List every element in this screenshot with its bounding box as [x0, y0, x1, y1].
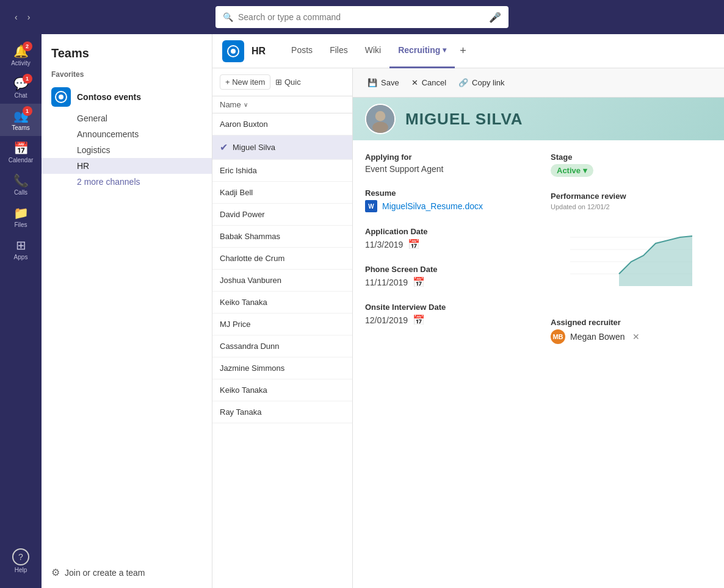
- save-button[interactable]: 💾 Save: [363, 76, 404, 90]
- list-item[interactable]: ✔ Miguel Silva: [212, 135, 352, 160]
- help-label: Help: [15, 567, 27, 573]
- tab-files[interactable]: Files: [321, 34, 357, 68]
- channel-team-icon: [222, 40, 244, 62]
- list-item[interactable]: MJ Price: [212, 314, 352, 335]
- content-area: HR Posts Files Wiki Recruiting ▾ +: [212, 34, 724, 588]
- list-item[interactable]: David Power: [212, 204, 352, 226]
- channel-header: HR Posts Files Wiki Recruiting ▾ +: [212, 34, 724, 68]
- selected-check-icon: ✔: [220, 142, 228, 153]
- detail-content: MIGUEL SILVA Applying for Event Support …: [353, 98, 724, 588]
- list-item[interactable]: Kadji Bell: [212, 182, 352, 204]
- sidebar-item-apps[interactable]: ⊞ Apps: [0, 233, 42, 265]
- activity-badge: 2: [23, 41, 32, 51]
- sidebar-item-help[interactable]: ? Help: [12, 543, 29, 578]
- chart-area: [551, 218, 712, 303]
- svg-point-1: [59, 95, 63, 99]
- sidebar-item-activity[interactable]: 🔔 2 Activity: [0, 39, 42, 71]
- search-input[interactable]: [238, 12, 484, 22]
- applying-for-field: Applying for Event Support Agent: [365, 152, 526, 174]
- list-item[interactable]: Aaron Buxton: [212, 113, 352, 135]
- sidebar-item-teams[interactable]: 👥 1 Teams: [0, 104, 42, 136]
- search-bar[interactable]: 🔍 🎤: [215, 6, 509, 28]
- recruiter-name: Megan Bowen: [570, 332, 625, 342]
- list-item[interactable]: Keiko Tanaka: [212, 379, 352, 401]
- recruiter-remove-button[interactable]: ✕: [632, 332, 640, 342]
- stage-label: Stage: [551, 152, 712, 162]
- recruiter-row: MB Megan Bowen ✕: [551, 329, 712, 344]
- calendar-label: Calendar: [9, 157, 34, 163]
- onsite-field: Onsite Interview Date 12/01/2019 📅: [365, 303, 526, 326]
- sidebar-item-files[interactable]: 📁 Files: [0, 201, 42, 233]
- files-icon: 📁: [13, 206, 29, 220]
- list-item[interactable]: Keiko Tanaka: [212, 292, 352, 314]
- list-item[interactable]: Ray Tanaka: [212, 401, 352, 423]
- list-panel: + New item ⊞ Quic Name ∨ Aaron Buxton ✔: [212, 68, 353, 588]
- main-layout: 🔔 2 Activity 💬 1 Chat 👥 1 Teams: [0, 34, 724, 588]
- activity-icon: 🔔 2: [13, 44, 29, 59]
- teams-label: Teams: [12, 124, 29, 131]
- sidebar-item-calls[interactable]: 📞 Calls: [0, 168, 42, 201]
- list-items: Aaron Buxton ✔ Miguel Silva Eric Ishida …: [212, 113, 352, 588]
- team-item-contoso[interactable]: Contoso events: [42, 84, 212, 110]
- svg-point-3: [231, 49, 236, 54]
- more-channels-link[interactable]: 2 more channels: [42, 174, 212, 190]
- detail-hero: MIGUEL SILVA: [353, 98, 724, 140]
- phone-screen-field: Phone Screen Date 11/11/2019 📅: [365, 265, 526, 288]
- activity-label: Activity: [11, 60, 31, 66]
- left-nav: 🔔 2 Activity 💬 1 Chat 👥 1 Teams: [0, 34, 42, 588]
- list-header: Name ∨: [212, 96, 352, 113]
- list-item[interactable]: Jazmine Simmons: [212, 357, 352, 379]
- tab-recruiting-chevron: ▾: [443, 46, 446, 54]
- onsite-label: Onsite Interview Date: [365, 303, 526, 312]
- onsite-calendar-icon[interactable]: 📅: [413, 314, 425, 326]
- cancel-button[interactable]: ✕ Cancel: [407, 76, 451, 90]
- perf-updated: Updated on 12/01/2: [551, 203, 712, 210]
- sidebar-item-calendar[interactable]: 📅 Calendar: [0, 136, 42, 168]
- applying-for-label: Applying for: [365, 152, 526, 162]
- quick-edit-button[interactable]: ⊞ Quic: [275, 77, 300, 87]
- list-item[interactable]: Babak Shammas: [212, 226, 352, 248]
- phone-screen-label: Phone Screen Date: [365, 265, 526, 274]
- nav-bottom: ? Help: [12, 543, 29, 578]
- tab-posts[interactable]: Posts: [283, 34, 321, 68]
- list-item[interactable]: Joshua Vanburen: [212, 270, 352, 292]
- cancel-label: Cancel: [422, 78, 446, 87]
- stage-badge[interactable]: Active ▾: [551, 164, 593, 177]
- calendar-icon[interactable]: 📅: [408, 238, 420, 250]
- channel-item-hr[interactable]: HR: [42, 158, 212, 174]
- applying-for-value: Event Support Agent: [365, 164, 526, 174]
- phone-screen-calendar-icon[interactable]: 📅: [413, 276, 425, 288]
- resume-field: Resume W MiguelSilva_Resume.docx: [365, 188, 526, 212]
- tab-recruiting[interactable]: Recruiting ▾: [389, 34, 455, 68]
- copy-link-button[interactable]: 🔗 Copy link: [454, 76, 509, 90]
- channel-item-logistics[interactable]: Logistics: [42, 142, 212, 158]
- list-item[interactable]: Cassandra Dunn: [212, 335, 352, 357]
- nav-back-button[interactable]: ‹: [12, 10, 20, 24]
- channel-item-announcements[interactable]: Announcements: [42, 126, 212, 142]
- list-column-name: Name ∨: [220, 100, 248, 109]
- sidebar: Teams Favorites Contoso events General A…: [42, 34, 212, 588]
- calendar-nav-icon: 📅: [13, 141, 29, 156]
- svg-point-5: [375, 111, 386, 121]
- nav-arrows: ‹ ›: [12, 10, 32, 24]
- files-label: Files: [14, 221, 27, 228]
- app-date-label: Application Date: [365, 227, 526, 236]
- nav-forward-button[interactable]: ›: [25, 10, 33, 24]
- stage-chevron-icon: ▾: [583, 166, 587, 175]
- join-team-button[interactable]: ⚙ Join or create a team: [42, 557, 212, 588]
- tab-wiki[interactable]: Wiki: [357, 34, 389, 68]
- sidebar-item-chat[interactable]: 💬 1 Chat: [0, 71, 42, 104]
- word-icon: W: [365, 200, 377, 212]
- apps-label: Apps: [14, 254, 28, 260]
- new-item-button[interactable]: + New item: [220, 74, 270, 90]
- cancel-icon: ✕: [411, 78, 418, 87]
- mic-icon[interactable]: 🎤: [489, 12, 501, 23]
- perf-review-label: Performance review: [551, 192, 712, 201]
- calls-label: Calls: [14, 189, 27, 196]
- resume-link[interactable]: W MiguelSilva_Resume.docx: [365, 200, 526, 212]
- list-item[interactable]: Charlotte de Crum: [212, 248, 352, 270]
- detail-toolbar: 💾 Save ✕ Cancel 🔗 Copy link: [353, 68, 724, 98]
- channel-item-general[interactable]: General: [42, 110, 212, 126]
- list-item[interactable]: Eric Ishida: [212, 160, 352, 182]
- tab-add-button[interactable]: +: [455, 45, 471, 57]
